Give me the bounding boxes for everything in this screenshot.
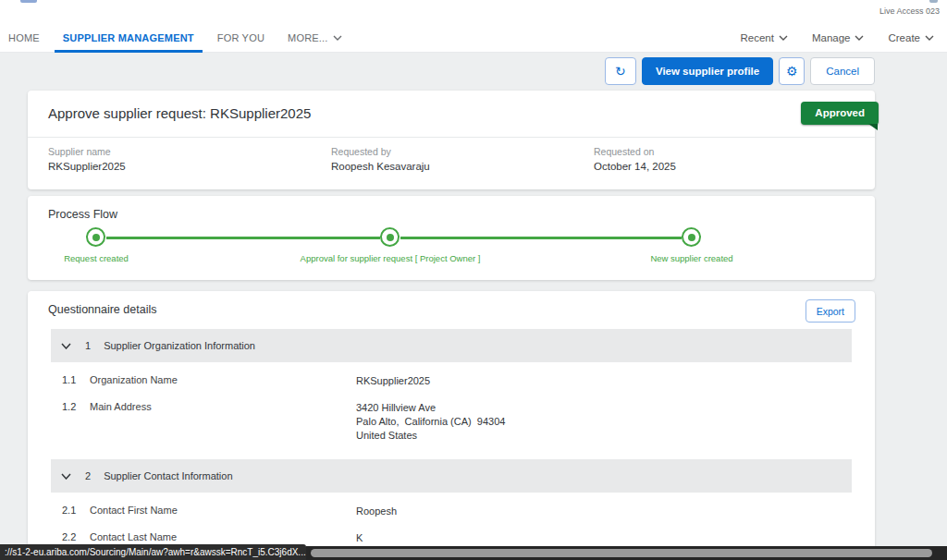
flow-step-label: Approval for supplier request [ Project … <box>270 253 510 263</box>
request-fields: Supplier name RKSupplier2025 Requested b… <box>48 146 855 172</box>
question-value: RKSupplier2025 <box>356 374 852 388</box>
section-title: Supplier Organization Information <box>104 340 255 351</box>
tab-for-you-label: FOR YOU <box>217 32 264 43</box>
menu-manage[interactable]: Manage <box>812 32 865 43</box>
horizontal-scrollbar-thumb[interactable] <box>311 549 932 557</box>
tab-for-you[interactable]: FOR YOU <box>209 24 273 52</box>
flow-step-marker <box>682 227 701 247</box>
question-label: Contact Last Name <box>90 531 356 542</box>
main-nav: HOME SUPPLIER MANAGEMENT FOR YOU MORE...… <box>0 24 947 53</box>
refresh-button[interactable]: ↻ <box>605 57 636 85</box>
section-header-1[interactable]: 1 Supplier Organization Information <box>51 329 852 362</box>
horizontal-scrollbar[interactable] <box>306 546 947 560</box>
question-number: 2.1 <box>62 505 90 516</box>
question-number: 1.1 <box>62 374 90 385</box>
browser-status-url: ://s1-2-eu.ariba.com/Sourcing/Main/aw?aw… <box>0 544 306 560</box>
action-toolbar: ↻ View supplier profile ⚙ Cancel <box>605 57 875 85</box>
field-requested-by: Requested by Roopesh Kesavaraju <box>331 146 594 172</box>
value-line: RKSupplier2025 <box>356 374 852 388</box>
question-value: Roopesh <box>356 505 852 518</box>
tab-home[interactable]: HOME <box>0 24 48 52</box>
menu-recent[interactable]: Recent <box>740 32 787 43</box>
field-supplier-name: Supplier name RKSupplier2025 <box>48 146 331 172</box>
chevron-down-icon <box>779 35 788 41</box>
tab-supplier-management[interactable]: SUPPLIER MANAGEMENT <box>55 24 203 52</box>
value-line: 3420 Hillview Ave <box>356 401 852 415</box>
value-line: K <box>356 531 852 545</box>
chevron-down-icon <box>333 35 342 41</box>
process-flow-title: Process Flow <box>48 208 117 221</box>
request-header-card: Approve supplier request: RKSupplier2025… <box>28 91 875 189</box>
status-badge-label: Approved <box>815 107 865 118</box>
field-value: RKSupplier2025 <box>48 161 331 172</box>
field-requested-on: Requested on October 14, 2025 <box>594 146 855 172</box>
flow-step-marker <box>86 227 105 247</box>
field-value: October 14, 2025 <box>594 161 855 172</box>
chevron-down-icon[interactable] <box>61 343 71 349</box>
tab-more[interactable]: MORE... <box>279 24 351 52</box>
chevron-down-icon <box>855 35 864 41</box>
field-label: Supplier name <box>48 146 331 157</box>
section-number: 1 <box>85 340 91 351</box>
top-bar: Live Access 023 <box>0 0 947 24</box>
tab-supplier-management-label: SUPPLIER MANAGEMENT <box>63 32 194 43</box>
export-button[interactable]: Export <box>806 299 855 323</box>
field-label: Requested by <box>331 146 594 157</box>
questionnaire-card: Questionnaire details Export 1 Supplier … <box>28 291 875 560</box>
question-row: 2.2 Contact Last Name K <box>51 531 852 545</box>
realm-icon-fragment <box>929 0 938 3</box>
gear-icon: ⚙ <box>786 65 798 78</box>
page-title: Approve supplier request: RKSupplier2025 <box>48 105 311 121</box>
refresh-icon: ↻ <box>615 65 626 78</box>
process-flow-card: Process Flow Request created Approval fo… <box>28 196 875 280</box>
section-number: 2 <box>85 470 91 481</box>
section-title: Supplier Contact Information <box>104 470 232 481</box>
flow-step-label: Request created <box>41 253 152 263</box>
question-row: 1.2 Main Address 3420 Hillview Ave Palo … <box>51 401 852 443</box>
flow-step-label: New supplier created <box>627 253 756 263</box>
flow-connector <box>106 237 380 239</box>
tab-home-label: HOME <box>8 32 40 43</box>
question-row: 1.1 Organization Name RKSupplier2025 <box>51 374 852 388</box>
realm-label: Live Access 023 <box>879 6 940 16</box>
cancel-button[interactable]: Cancel <box>810 57 875 85</box>
nav-menus: Recent Manage Create <box>740 32 934 43</box>
value-line: United States <box>356 429 852 443</box>
field-value: Roopesh Kesavaraju <box>331 161 594 172</box>
menu-create[interactable]: Create <box>888 32 934 43</box>
question-number: 2.2 <box>62 531 90 542</box>
chevron-down-icon[interactable] <box>61 473 71 480</box>
tab-more-label: MORE... <box>288 32 328 43</box>
app-window: Live Access 023 HOME SUPPLIER MANAGEMENT… <box>0 0 947 560</box>
menu-manage-label: Manage <box>812 32 851 43</box>
section-header-2[interactable]: 2 Supplier Contact Information <box>51 459 852 493</box>
question-row: 2.1 Contact First Name Roopesh <box>51 505 852 518</box>
content-area: ↻ View supplier profile ⚙ Cancel Approve… <box>0 53 947 560</box>
section-rows: 1.1 Organization Name RKSupplier2025 1.2… <box>51 362 852 459</box>
value-line: Roopesh <box>356 505 852 518</box>
status-badge: Approved <box>801 102 879 125</box>
chevron-down-icon <box>925 35 934 41</box>
badge-fold <box>868 124 878 130</box>
menu-create-label: Create <box>888 32 920 43</box>
settings-button[interactable]: ⚙ <box>779 57 805 85</box>
questionnaire-title: Questionnaire details <box>48 303 156 316</box>
divider <box>28 137 875 138</box>
flow-step-marker <box>380 227 400 247</box>
menu-recent-label: Recent <box>740 32 773 43</box>
questionnaire-body: 1 Supplier Organization Information 1.1 … <box>51 329 852 560</box>
question-label: Organization Name <box>90 374 356 385</box>
question-value: 3420 Hillview Ave Palo Alto, California … <box>356 401 852 443</box>
question-value: K <box>356 531 852 545</box>
question-label: Main Address <box>90 401 356 412</box>
view-supplier-profile-button[interactable]: View supplier profile <box>642 57 773 85</box>
value-line: Palo Alto, California (CA) 94304 <box>356 415 852 429</box>
question-label: Contact First Name <box>90 505 356 516</box>
field-label: Requested on <box>594 146 855 157</box>
sap-logo-fragment <box>20 0 37 3</box>
question-number: 1.2 <box>62 401 90 412</box>
flow-connector <box>400 237 682 239</box>
